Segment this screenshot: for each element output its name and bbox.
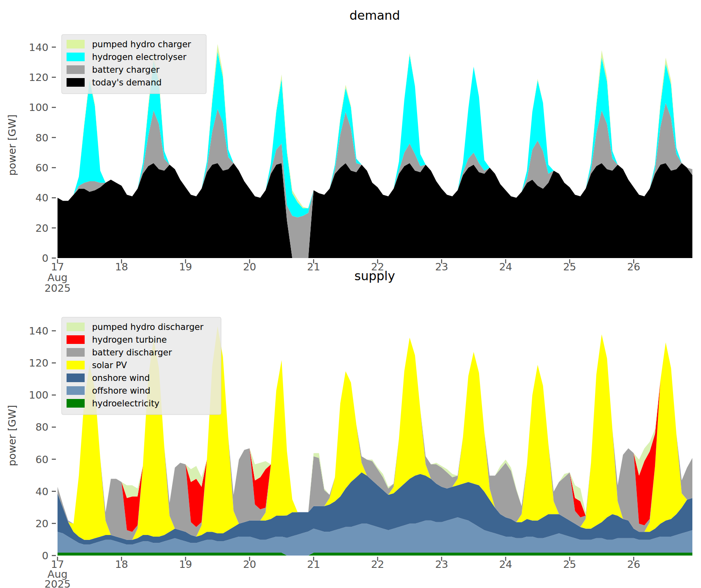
x-tick-label: 24 [499,261,512,273]
legend-swatch-solar-pv [67,361,85,369]
y-tick-label: 60 [35,162,48,174]
x-tick-label: 19 [179,558,192,570]
x-tick-sublabel: 2025 [44,282,71,294]
y-tick-label: 140 [29,42,48,53]
legend-label-pumped-hydro-charger: pumped hydro charger [92,39,191,49]
legend-label-solar-pv: solar PV [92,360,127,370]
legend-label-hydroelectricity: hydroelectricity [92,399,159,408]
legend-swatch-hydrogen-electrolyser [67,53,85,61]
legend-swatch-today-s-demand [67,78,85,87]
y-tick-label: 80 [35,421,48,433]
legend-swatch-hydroelectricity [67,399,85,408]
x-tick-label: 24 [499,558,512,570]
x-tick-label: 25 [563,558,576,570]
y-tick-label: 120 [29,71,48,83]
legend-swatch-hydrogen-turbine [67,335,85,344]
y-tick-label: 60 [35,454,48,466]
x-tick-label: 26 [627,558,640,570]
y-tick-label: 40 [35,192,48,204]
y-tick-label: 0 [42,550,48,562]
x-tick-label: 19 [179,261,192,273]
legend-label-hydrogen-turbine: hydrogen turbine [92,335,167,345]
stacked-area-figure: demand power [GW] 02040608010012014017Au… [0,0,701,588]
x-tick-sublabel: 2025 [44,578,71,588]
x-tick-label: 25 [563,261,576,273]
y-tick-label: 140 [29,325,48,337]
y-tick-label: 40 [35,486,48,498]
y-tick-label: 20 [35,222,48,234]
figure: demand power [GW] 02040608010012014017Au… [0,0,701,588]
x-tick-label: 20 [243,558,256,570]
x-tick-label: 21 [307,261,320,273]
y-tick-label: 0 [42,252,48,264]
demand-chart-title: demand [349,8,400,23]
y-tick-label: 100 [29,389,48,401]
legend-swatch-battery-discharger [67,348,85,357]
demand-y-axis-label: power [GW] [6,115,18,176]
legend-swatch-onshore-wind [67,374,85,382]
x-tick-label: 23 [435,558,448,570]
legend-swatch-pumped-hydro-discharger [67,323,85,331]
supply-chart-title: supply [355,269,395,283]
area-today-s-demand [58,163,692,258]
y-tick-label: 120 [29,357,48,369]
legend-swatch-offshore-wind [67,386,85,395]
demand-chart: 02040608010012014017Aug20251819202122232… [29,35,692,294]
supply-chart: 02040608010012014017Aug20251819202122232… [29,317,692,588]
x-tick-label: 26 [627,261,640,273]
x-tick-label: 23 [435,261,448,273]
x-tick-label: 21 [307,558,320,570]
legend-label-battery-discharger: battery discharger [92,348,172,357]
y-tick-label: 100 [29,101,48,113]
area-hydroelectricity [58,553,692,556]
legend-swatch-pumped-hydro-charger [67,40,85,48]
legend-label-hydrogen-electrolyser: hydrogen electrolyser [92,52,187,62]
legend-swatch-battery-charger [67,65,85,74]
legend-label-offshore-wind: offshore wind [92,386,150,396]
y-tick-label: 20 [35,518,48,530]
legend-label-battery-charger: battery charger [92,65,160,75]
x-tick-label: 22 [371,558,384,570]
x-tick-label: 20 [243,261,256,273]
legend-label-today-s-demand: today's demand [92,78,161,88]
supply-y-axis-label: power [GW] [6,405,18,466]
legend-label-pumped-hydro-discharger: pumped hydro discharger [92,322,203,332]
x-tick-label: 18 [115,558,128,570]
x-tick-label: 17 [51,261,64,273]
x-tick-label: 18 [115,261,128,273]
x-tick-sublabel: Aug [48,272,68,284]
legend-label-onshore-wind: onshore wind [92,373,150,383]
y-tick-label: 80 [35,132,48,144]
